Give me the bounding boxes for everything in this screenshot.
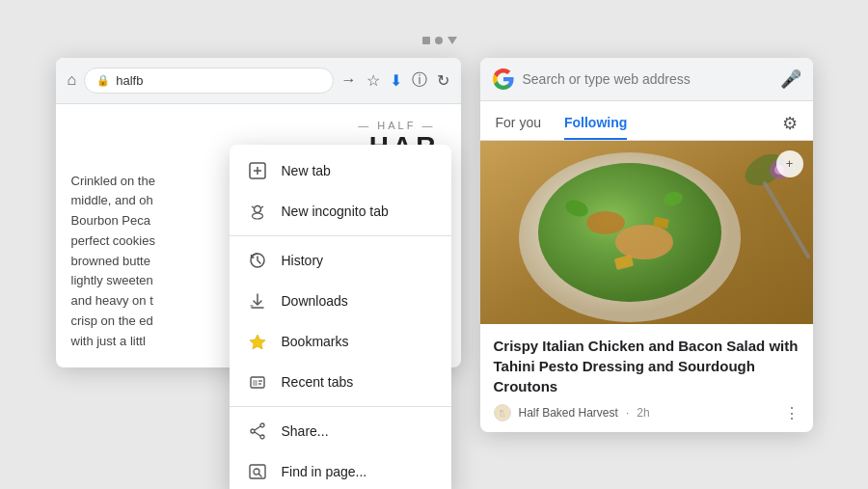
menu-item-recent-tabs[interactable]: Recent tabs: [230, 362, 451, 402]
menu-label-new-tab: New tab: [282, 163, 331, 178]
bookmark-button[interactable]: +: [776, 150, 803, 177]
page-logo-small: — HALF —: [71, 120, 446, 131]
svg-point-30: [586, 211, 625, 234]
forward-icon[interactable]: →: [341, 71, 357, 89]
menu-label-downloads: Downloads: [282, 293, 348, 309]
microphone-icon[interactable]: 🎤: [780, 68, 801, 90]
context-menu: New tab New incognito tab: [230, 145, 451, 490]
menu-label-bookmarks: Bookmarks: [282, 334, 349, 349]
svg-point-29: [615, 225, 673, 259]
menu-label-incognito: New incognito tab: [282, 204, 389, 219]
svg-line-19: [255, 426, 260, 430]
menu-item-bookmarks[interactable]: Bookmarks: [230, 321, 451, 362]
article-body: Crispy Italian Chicken and Bacon Salad w…: [480, 324, 813, 432]
win-dot-2: [435, 37, 443, 44]
menu-label-share: Share...: [282, 423, 329, 439]
left-browser-panel: ⌂ 🔒 halfb → ☆ ⬇ ⓘ ↻ — HALF — HAR Crinkle…: [56, 58, 461, 367]
article-title: Crispy Italian Chicken and Bacon Salad w…: [494, 336, 800, 396]
refresh-icon[interactable]: ↻: [437, 71, 449, 90]
tabs-row: For you Following ⚙: [480, 101, 813, 141]
star-icon[interactable]: ☆: [366, 71, 380, 90]
window-controls: [422, 37, 457, 44]
article-image: +: [480, 141, 813, 324]
new-tab-icon: [247, 160, 268, 181]
svg-line-6: [260, 206, 263, 208]
menu-divider-2: [230, 406, 451, 407]
svg-point-18: [251, 429, 255, 433]
info-icon[interactable]: ⓘ: [412, 70, 427, 91]
salad-background: [480, 141, 813, 324]
svg-line-23: [258, 474, 261, 476]
menu-divider-1: [230, 235, 451, 236]
svg-rect-21: [250, 465, 265, 478]
svg-point-17: [260, 435, 264, 439]
menu-item-downloads[interactable]: Downloads: [230, 281, 451, 321]
share-icon: [247, 421, 268, 442]
win-dot-3: [448, 37, 457, 44]
right-browser-toolbar: Search or type web address 🎤: [480, 58, 813, 101]
source-name: Half Baked Harvest: [519, 406, 618, 420]
history-icon: [247, 250, 268, 271]
downloads-icon: [247, 290, 268, 312]
food-image-svg: [480, 141, 813, 324]
menu-item-incognito[interactable]: New incognito tab: [230, 191, 451, 231]
right-browser-panel: Search or type web address 🎤 For you Fol…: [480, 58, 813, 432]
menu-item-share[interactable]: Share...: [230, 411, 451, 451]
settings-icon[interactable]: ⚙: [782, 113, 798, 134]
google-logo: [492, 68, 515, 91]
browser-toolbar: ⌂ 🔒 halfb → ☆ ⬇ ⓘ ↻: [56, 58, 461, 104]
page-content: — HALF — HAR Crinkled on the middle, and…: [56, 104, 461, 367]
tab-for-you[interactable]: For you: [496, 107, 541, 140]
svg-point-16: [260, 423, 264, 427]
menu-item-find-in-page[interactable]: Find in page...: [230, 451, 451, 490]
nav-icons: → ☆ ⬇ ⓘ ↻: [341, 70, 449, 91]
tab-following[interactable]: Following: [564, 107, 627, 140]
more-options-icon[interactable]: ⋮: [784, 404, 800, 422]
svg-point-3: [254, 205, 260, 212]
svg-point-4: [252, 213, 262, 219]
svg-marker-11: [250, 335, 265, 349]
win-dot-1: [422, 37, 430, 44]
recent-tabs-icon: [247, 371, 268, 393]
bookmarks-icon: [247, 331, 268, 352]
search-input[interactable]: Search or type web address: [523, 71, 773, 87]
svg-line-5: [252, 206, 255, 208]
menu-item-history[interactable]: History: [230, 240, 451, 281]
home-icon[interactable]: ⌂: [68, 71, 77, 89]
download-icon[interactable]: ⬇: [390, 71, 402, 90]
address-text: halfb: [116, 73, 143, 88]
address-bar[interactable]: 🔒 halfb: [84, 68, 333, 94]
article-time-value: 2h: [637, 406, 649, 420]
incognito-icon: [247, 201, 268, 222]
menu-item-new-tab[interactable]: New tab: [230, 150, 451, 191]
svg-line-20: [255, 432, 260, 436]
article-meta: 🍴 Half Baked Harvest · 2h ⋮: [494, 404, 800, 422]
menu-label-find-in-page: Find in page...: [282, 464, 367, 479]
menu-label-recent-tabs: Recent tabs: [282, 374, 354, 390]
article-time: ·: [626, 406, 629, 420]
source-avatar: 🍴: [494, 404, 511, 421]
svg-rect-13: [253, 380, 258, 386]
find-icon: [247, 461, 268, 482]
menu-label-history: History: [282, 253, 324, 268]
lock-icon: 🔒: [96, 74, 110, 87]
